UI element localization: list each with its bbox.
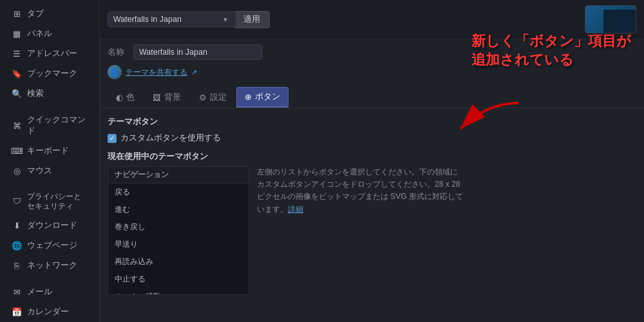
theme-select[interactable]: Waterfalls in Japan Default Dark Theme — [108, 12, 236, 27]
quickcommand-icon: ⌘ — [12, 120, 22, 131]
drop-description: 左側のリストからボタンを選択してください。下の領域にカスタムボタンアイコンをドロ… — [257, 166, 463, 216]
custom-button-label: カスタムボタンを使用する — [120, 133, 221, 144]
background-icon: 🖼 — [153, 93, 161, 102]
mouse-icon: ◎ — [12, 166, 22, 176]
sidebar-item-network[interactable]: ⎘ ネットワーク — [3, 256, 97, 276]
sidebar-item-webpage[interactable]: 🌐 ウェブページ — [3, 236, 97, 256]
name-label: 名称 — [108, 47, 127, 58]
sidebar-item-search[interactable]: 🔍 検索 — [3, 84, 97, 104]
theme-preview — [585, 5, 636, 33]
button-list-item[interactable]: 巻き戻し — [108, 218, 249, 236]
calendar-icon: 📅 — [12, 307, 22, 317]
sidebar-item-mail[interactable]: ✉ メール — [3, 282, 97, 302]
button-list-item[interactable]: 戻る — [108, 184, 249, 201]
button-list[interactable]: ナビゲーション 戻る進む巻き戻し早送り再読み込み中止するホームへ移動検索欄ダウン… — [108, 166, 249, 295]
external-link-icon: ↗ — [191, 68, 197, 77]
button-list-header: ナビゲーション — [108, 167, 249, 184]
topbar: Waterfalls in Japan Default Dark Theme ▼… — [100, 0, 644, 39]
downloads-icon: ⬇ — [12, 220, 22, 231]
sidebar-item-keyboard[interactable]: ⌨ キーボード — [3, 141, 97, 161]
drop-area: 左側のリストからボタンを選択してください。下の領域にカスタムボタンアイコンをドロ… — [257, 166, 636, 314]
sidebar-item-tabs[interactable]: ⊞ タブ — [3, 4, 97, 24]
button-list-item[interactable]: 中止する — [108, 270, 249, 288]
tabs-icon: ⊞ — [12, 9, 22, 19]
keyboard-icon: ⌨ — [12, 146, 22, 156]
custom-button-checkbox[interactable]: ✓ — [108, 134, 117, 143]
share-link[interactable]: テーマを共有する — [126, 67, 187, 78]
avatar: 👤 — [108, 65, 122, 79]
button-list-item[interactable]: 早送り — [108, 236, 249, 253]
color-icon: ◐ — [116, 93, 123, 102]
button-list-item[interactable]: 再読み込み — [108, 253, 249, 270]
tab-settings[interactable]: ⚙ 設定 — [191, 88, 235, 107]
settings-icon: ⚙ — [199, 93, 207, 102]
button-list-item[interactable]: 進む — [108, 201, 249, 218]
theme-button-title: テーマボタン — [108, 116, 636, 128]
apply-button[interactable]: 適用 — [234, 11, 270, 28]
custom-button-checkbox-row[interactable]: ✓ カスタムボタンを使用する — [108, 133, 636, 144]
webpage-icon: 🌐 — [12, 240, 22, 251]
sidebar-item-panel[interactable]: ▦ パネル — [3, 24, 97, 44]
sidebar-item-mouse[interactable]: ◎ マウス — [3, 161, 97, 181]
theme-select-wrapper[interactable]: Waterfalls in Japan Default Dark Theme ▼ — [108, 12, 229, 27]
tabs-row: ◐ 色 🖼 背景 ⚙ 設定 ⊕ ボタン — [100, 84, 644, 108]
button-tab-icon: ⊕ — [245, 92, 252, 102]
panel-icon: ▦ — [12, 29, 22, 39]
share-row: 👤 テーマを共有する ↗ — [100, 64, 644, 84]
mail-icon: ✉ — [12, 287, 22, 297]
name-row: 名称 — [100, 39, 644, 64]
detail-link[interactable]: 詳細 — [288, 205, 303, 214]
sidebar-item-calendar[interactable]: 📅 カレンダー — [3, 302, 97, 322]
tab-color[interactable]: ◐ 色 — [108, 88, 143, 107]
main-content: Waterfalls in Japan Default Dark Theme ▼… — [100, 0, 644, 322]
privacy-icon: 🛡 — [12, 196, 22, 207]
sidebar-item-bookmarks[interactable]: 🔖 ブックマーク — [3, 64, 97, 84]
name-input[interactable] — [133, 44, 262, 60]
tab-background[interactable]: 🖼 背景 — [144, 88, 189, 107]
sidebar-item-addressbar[interactable]: ☰ アドレスバー — [3, 44, 97, 64]
content-area: テーマボタン ✓ カスタムボタンを使用する 現在使用中のテーマボタン ナビゲーシ… — [100, 108, 644, 322]
sidebar-item-privacy[interactable]: 🛡 プライバシーとセキュリティ — [3, 187, 97, 216]
search-icon: 🔍 — [12, 89, 22, 99]
current-buttons-title: 現在使用中のテーマボタン — [108, 151, 636, 162]
addressbar-icon: ☰ — [12, 49, 22, 59]
sidebar-item-downloads[interactable]: ⬇ ダウンロード — [3, 216, 97, 236]
preview-inner — [603, 10, 636, 33]
bookmarks-icon: 🔖 — [12, 69, 22, 79]
network-icon: ⎘ — [12, 260, 22, 270]
tab-button[interactable]: ⊕ ボタン — [236, 87, 289, 108]
button-list-item[interactable]: ホームへ移動 — [108, 288, 249, 295]
sidebar-item-quickcommand[interactable]: ⌘ クイックコマンド — [3, 110, 97, 141]
sidebar: ⊞ タブ ▦ パネル ☰ アドレスバー 🔖 ブックマーク 🔍 検索 ⌘ クイック… — [0, 0, 100, 322]
button-area: ナビゲーション 戻る進む巻き戻し早送り再読み込み中止するホームへ移動検索欄ダウン… — [108, 166, 636, 314]
button-list-items: 戻る進む巻き戻し早送り再読み込み中止するホームへ移動検索欄ダウンロードリーディン… — [108, 184, 249, 295]
